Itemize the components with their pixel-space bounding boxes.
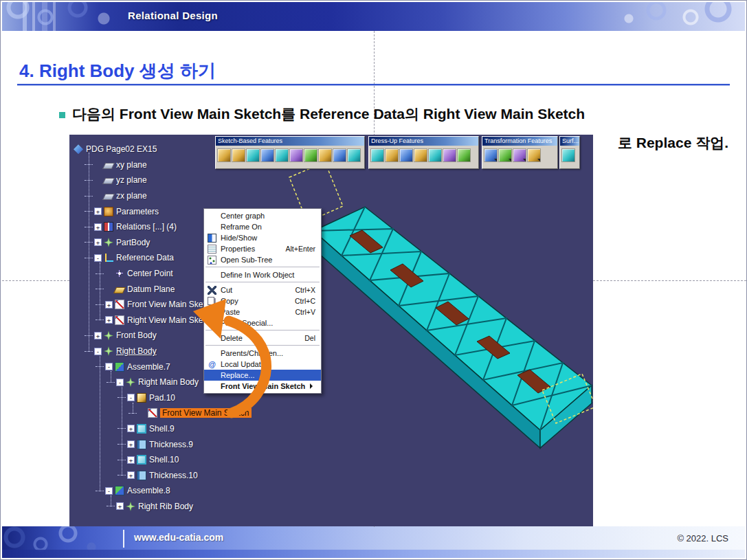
body-icon: [126, 377, 135, 387]
menu-item-cut[interactable]: CutCtrl+X: [204, 284, 321, 295]
menu-item-center-graph[interactable]: Center graph: [204, 210, 321, 221]
expand-handle[interactable]: +: [94, 208, 102, 215]
edge-fillet-icon[interactable]: [370, 148, 384, 162]
tree-item-yz-plane[interactable]: yz plane: [72, 172, 292, 188]
parameters-icon: [104, 207, 113, 216]
expand-handle[interactable]: +: [94, 238, 102, 246]
tree-item-shell-10[interactable]: +Shell.10: [72, 452, 292, 468]
multi-sections-solid-icon[interactable]: [333, 148, 346, 162]
expand-handle[interactable]: -: [116, 379, 124, 386]
shell-icon[interactable]: [428, 148, 442, 162]
expand-handle[interactable]: -: [127, 394, 135, 401]
menu-item-paste[interactable]: PasteCtrl+V: [204, 306, 321, 317]
toolbar-title[interactable]: Sketch-Based Features: [216, 137, 364, 146]
expand-handle[interactable]: +: [127, 471, 135, 479]
menu-item-replace[interactable]: Replace...: [204, 370, 321, 381]
expand-handle[interactable]: +: [127, 440, 135, 448]
shell-icon: [137, 455, 146, 464]
hide-show-icon: [208, 234, 216, 243]
thread-tap-icon[interactable]: [457, 148, 471, 162]
pad-icon[interactable]: [217, 148, 231, 162]
menu-item-local-update[interactable]: Local Update: [204, 359, 321, 370]
shaft-icon[interactable]: [246, 148, 260, 162]
title-rule: [17, 84, 730, 86]
expand-handle[interactable]: -: [94, 254, 102, 262]
sketch-icon: [148, 408, 157, 418]
symmetry-icon[interactable]: [513, 148, 526, 162]
scaling-icon[interactable]: [527, 148, 541, 162]
split-icon[interactable]: [561, 148, 575, 162]
tree-connector: [100, 262, 100, 320]
expand-handle[interactable]: -: [94, 348, 102, 355]
menu-item-paste-special[interactable]: Paste Special...: [204, 317, 321, 328]
cut-icon: [208, 286, 216, 295]
footer-divider: [123, 530, 124, 548]
menu-separator: [205, 267, 320, 268]
footer-url: www.edu-catia.com: [134, 532, 223, 543]
pocket-icon[interactable]: [232, 148, 245, 162]
rib-icon[interactable]: [289, 148, 303, 162]
tree-item-shell-9[interactable]: +Shell.9: [72, 421, 292, 437]
tree-item-zx-plane[interactable]: zx plane: [72, 188, 292, 204]
expand-handle[interactable]: -: [105, 363, 113, 370]
menu-item-parents-children[interactable]: Parents/Children...: [204, 348, 321, 359]
variable-fillet-icon[interactable]: [385, 148, 399, 162]
tree-connector: [111, 495, 111, 506]
menu-item-reframe-on[interactable]: Reframe On: [204, 221, 321, 232]
menu-item-front-view-main-sketch-object[interactable]: Front View Main Sketch object: [204, 381, 321, 392]
context-menu: Center graph Reframe On Hide/Show Proper…: [203, 208, 322, 394]
hole-icon[interactable]: [275, 148, 289, 162]
draft-angle-icon[interactable]: [414, 148, 427, 162]
properties-icon: [208, 245, 216, 254]
relations-icon: [104, 222, 113, 232]
toolbar-surface-features: Surf...: [559, 136, 580, 169]
expand-handle[interactable]: +: [105, 301, 113, 309]
toolbar-sketch-based-features: Sketch-Based Features: [215, 136, 365, 169]
chamfer-icon[interactable]: [399, 148, 413, 162]
toolbar-transformation-features: Transformation Features: [482, 136, 558, 169]
tree-item-front-view-main-sketch-selected[interactable]: Front View Main Sketch: [72, 405, 292, 421]
stiffener-icon[interactable]: [318, 148, 332, 162]
assemble-icon: [115, 362, 124, 372]
shell-icon: [137, 424, 146, 434]
menu-item-properties[interactable]: PropertiesAlt+Enter: [204, 243, 321, 254]
pad-icon: [137, 393, 146, 403]
menu-item-open-sub-tree[interactable]: Open Sub-Tree: [204, 254, 321, 265]
sketch-icon: [115, 300, 124, 309]
menu-item-delete[interactable]: DeleteDel: [204, 333, 321, 344]
toolbar-title[interactable]: Transformation Features: [482, 137, 557, 146]
expand-handle[interactable]: +: [116, 502, 124, 510]
rotation-icon[interactable]: [498, 148, 512, 162]
tree-item-assemble-8[interactable]: -Assemble.8: [72, 483, 292, 499]
expand-handle[interactable]: -: [105, 487, 113, 495]
menu-separator: [205, 345, 320, 346]
assemble-icon: [115, 486, 124, 495]
removed-multi-sections-icon[interactable]: [347, 148, 361, 162]
tree-item-thickness-9[interactable]: +Thickness.9: [72, 436, 292, 452]
expand-handle[interactable]: +: [94, 223, 102, 231]
slot-icon[interactable]: [304, 148, 317, 162]
footer-decoration: [2, 526, 745, 558]
groove-icon[interactable]: [260, 148, 274, 162]
tree-connector: [89, 153, 89, 352]
toolbar-title[interactable]: Surf...: [560, 137, 579, 146]
toolbar-title[interactable]: Dress-Up Features: [369, 137, 478, 146]
menu-item-hide-show[interactable]: Hide/Show: [204, 232, 321, 243]
translation-icon[interactable]: [484, 148, 498, 162]
thickness-icon[interactable]: [443, 148, 456, 162]
tree-item-right-rib-body[interactable]: +Right Rib Body: [72, 499, 292, 515]
tree-connector: [133, 403, 133, 414]
expand-handle[interactable]: +: [94, 332, 102, 339]
plane-icon: [102, 163, 115, 169]
local-update-icon: [208, 360, 216, 369]
tree-item-thickness-10[interactable]: +Thickness.10: [72, 467, 292, 483]
menu-item-define-in-work-object[interactable]: Define In Work Object: [204, 269, 321, 280]
expand-handle[interactable]: +: [127, 425, 135, 432]
expand-handle[interactable]: +: [127, 456, 135, 464]
slide: Relational Design 4. Right Body 생성 하기 다음…: [0, 0, 747, 560]
body-icon: [104, 331, 113, 340]
expand-handle[interactable]: +: [105, 316, 113, 324]
tree-connector: [122, 387, 122, 475]
body-icon: [104, 346, 113, 356]
menu-item-copy[interactable]: CopyCtrl+C: [204, 295, 321, 306]
